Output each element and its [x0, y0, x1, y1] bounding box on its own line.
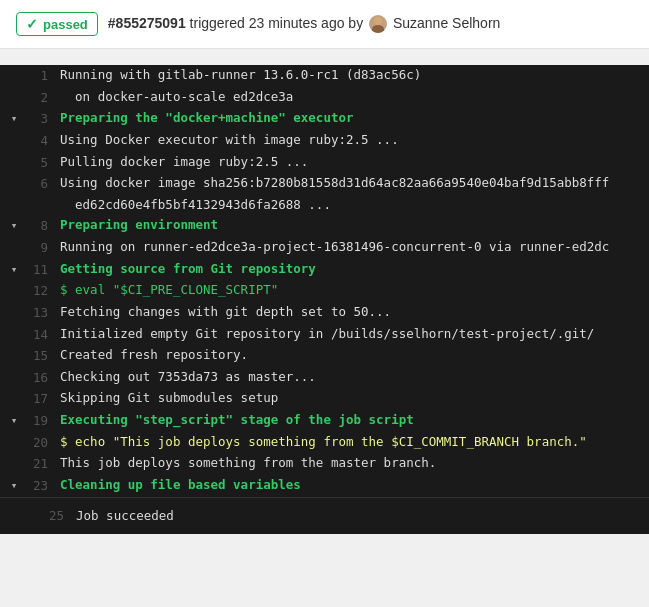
line-toggle-19[interactable]: ▾: [0, 410, 28, 430]
job-header: ✓ passed #855275091 triggered 23 minutes…: [0, 0, 649, 49]
line-toggle-16: [0, 367, 28, 369]
line-number: 9: [28, 237, 60, 259]
line-number: 17: [28, 388, 60, 410]
header-description: #855275091 triggered 23 minutes ago by S…: [108, 15, 501, 33]
line-content: Using docker image sha256:b7280b81558d31…: [60, 173, 649, 194]
line-number: 11: [28, 259, 60, 281]
line-toggle-5: [0, 152, 28, 154]
line-toggle-7: [0, 195, 28, 197]
line-number: 21: [28, 453, 60, 475]
line-content: Checking out 7353da73 as master...: [60, 367, 649, 388]
job-status-line: 25 Job succeeded: [0, 497, 649, 535]
line-toggle-20: [0, 432, 28, 434]
line-content: Skipping Git submodules setup: [60, 388, 649, 409]
line-toggle-17: [0, 388, 28, 390]
line-number: 13: [28, 302, 60, 324]
line-content: Fetching changes with git depth set to 5…: [60, 302, 649, 323]
line-content: This job deploys something from the mast…: [60, 453, 649, 474]
line-number: 14: [28, 324, 60, 346]
line-toggle-6: [0, 173, 28, 175]
line-number-bottom: 25: [44, 506, 76, 527]
log-line: 13 Fetching changes with git depth set t…: [0, 302, 649, 324]
line-content: Executing "step_script" stage of the job…: [60, 410, 649, 431]
line-toggle-1: [0, 65, 28, 67]
log-line: 4 Using Docker executor with image ruby:…: [0, 130, 649, 152]
line-content: Pulling docker image ruby:2.5 ...: [60, 152, 649, 173]
line-content: Using Docker executor with image ruby:2.…: [60, 130, 649, 151]
line-number: 6: [28, 173, 60, 195]
badge-label: passed: [43, 17, 88, 32]
avatar: [369, 15, 387, 33]
line-number: 1: [28, 65, 60, 87]
line-content: $ eval "$CI_PRE_CLONE_SCRIPT": [60, 280, 649, 301]
line-number: 20: [28, 432, 60, 454]
line-content: Created fresh repository.: [60, 345, 649, 366]
line-content: Initialized empty Git repository in /bui…: [60, 324, 649, 345]
user-name: Suzanne Selhorn: [393, 15, 500, 31]
log-line: 5 Pulling docker image ruby:2.5 ...: [0, 152, 649, 174]
log-line: 6 Using docker image sha256:b7280b81558d…: [0, 173, 649, 195]
log-line: 21 This job deploys something from the m…: [0, 453, 649, 475]
status-badge: ✓ passed: [16, 12, 98, 36]
line-number: 2: [28, 87, 60, 109]
line-number: 5: [28, 152, 60, 174]
line-toggle-11[interactable]: ▾: [0, 259, 28, 279]
log-line: 12 $ eval "$CI_PRE_CLONE_SCRIPT": [0, 280, 649, 302]
line-content: Cleaning up file based variables: [60, 475, 649, 496]
log-line: 17 Skipping Git submodules setup: [0, 388, 649, 410]
line-number: 3: [28, 108, 60, 130]
line-content: Running with gitlab-runner 13.6.0-rc1 (d…: [60, 65, 649, 86]
line-toggle-12: [0, 280, 28, 282]
line-number: 19: [28, 410, 60, 432]
line-content: Getting source from Git repository: [60, 259, 649, 280]
log-line: 9 Running on runner-ed2dce3a-project-163…: [0, 237, 649, 259]
triggered-text: triggered 23 minutes ago by: [190, 15, 367, 31]
log-line[interactable]: ▾ 23 Cleaning up file based variables: [0, 475, 649, 497]
line-toggle-9: [0, 237, 28, 239]
line-toggle-13: [0, 302, 28, 304]
line-toggle-4: [0, 130, 28, 132]
line-number: 12: [28, 280, 60, 302]
log-line: 1 Running with gitlab-runner 13.6.0-rc1 …: [0, 65, 649, 87]
line-content: Preparing environment: [60, 215, 649, 236]
log-container: 1 Running with gitlab-runner 13.6.0-rc1 …: [0, 65, 649, 534]
spacer: [0, 49, 649, 65]
line-toggle-14: [0, 324, 28, 326]
line-number: 4: [28, 130, 60, 152]
log-line: 16 Checking out 7353da73 as master...: [0, 367, 649, 389]
line-content: ed62cd60e4fb5bf4132943d6fa2688 ...: [60, 195, 649, 216]
log-line: 15 Created fresh repository.: [0, 345, 649, 367]
log-line[interactable]: ▾ 11 Getting source from Git repository: [0, 259, 649, 281]
line-toggle-8[interactable]: ▾: [0, 215, 28, 235]
line-number: 15: [28, 345, 60, 367]
log-line: 14 Initialized empty Git repository in /…: [0, 324, 649, 346]
log-line: 2 on docker-auto-scale ed2dce3a: [0, 87, 649, 109]
line-number: 8: [28, 215, 60, 237]
line-content: on docker-auto-scale ed2dce3a: [60, 87, 649, 108]
log-line: 20 $ echo "This job deploys something fr…: [0, 432, 649, 454]
log-line[interactable]: ▾ 8 Preparing environment: [0, 215, 649, 237]
line-toggle-3[interactable]: ▾: [0, 108, 28, 128]
line-content: $ echo "This job deploys something from …: [60, 432, 649, 453]
line-number: 16: [28, 367, 60, 389]
line-toggle-21: [0, 453, 28, 455]
log-line[interactable]: ▾ 3 Preparing the "docker+machine" execu…: [0, 108, 649, 130]
line-number: [28, 195, 60, 196]
line-content: Running on runner-ed2dce3a-project-16381…: [60, 237, 649, 258]
line-toggle-25: [16, 515, 44, 517]
line-number: 23: [28, 475, 60, 497]
log-line: ed62cd60e4fb5bf4132943d6fa2688 ...: [0, 195, 649, 216]
line-toggle-2: [0, 87, 28, 89]
line-content: Preparing the "docker+machine" executor: [60, 108, 649, 129]
job-id: #855275091: [108, 15, 186, 31]
line-toggle-15: [0, 345, 28, 347]
check-icon: ✓: [26, 16, 38, 32]
log-line[interactable]: ▾ 19 Executing "step_script" stage of th…: [0, 410, 649, 432]
line-toggle-23[interactable]: ▾: [0, 475, 28, 495]
job-succeeded-text: Job succeeded: [76, 506, 174, 527]
